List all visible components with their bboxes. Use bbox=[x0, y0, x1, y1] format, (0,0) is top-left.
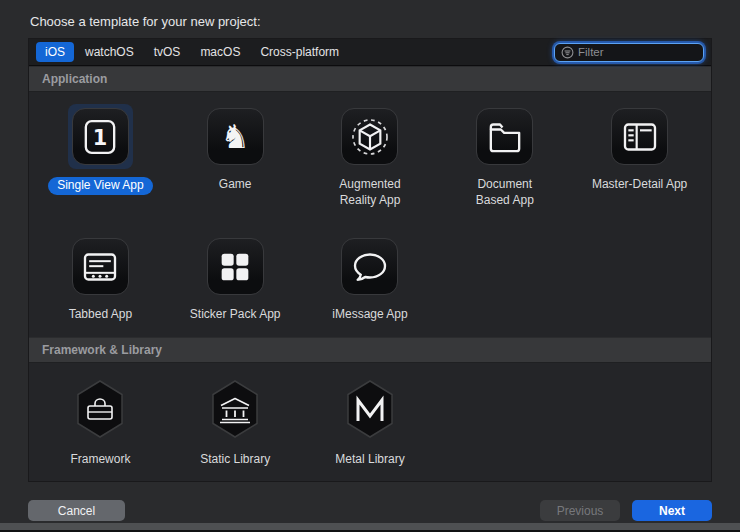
framework-icon bbox=[72, 379, 129, 440]
section-header-framework-library: Framework & Library bbox=[29, 337, 711, 363]
template-item-label: Master-Detail App bbox=[592, 177, 687, 193]
template-item-label: Framework bbox=[70, 452, 130, 468]
document-based-app-icon bbox=[476, 108, 533, 165]
template-item-metal-library[interactable]: Metal Library bbox=[303, 375, 438, 478]
template-item-label: Single View App bbox=[48, 177, 153, 195]
template-item-master-detail-app[interactable]: Master-Detail App bbox=[572, 104, 707, 218]
window-edge-strip bbox=[0, 523, 740, 530]
tab-watchos[interactable]: watchOS bbox=[76, 42, 143, 62]
cancel-button[interactable]: Cancel bbox=[28, 500, 125, 521]
template-item-label: Tabbed App bbox=[69, 307, 132, 323]
tab-cross-platform[interactable]: Cross-platform bbox=[251, 42, 348, 62]
metal-library-icon bbox=[341, 379, 398, 440]
dialog-footer: Cancel Previous Next bbox=[28, 500, 712, 521]
template-chooser-dialog: Choose a template for your new project: … bbox=[0, 0, 740, 521]
template-item-label: Augmented Reality App bbox=[330, 177, 410, 208]
template-item-label: Sticker Pack App bbox=[190, 307, 281, 323]
svg-text:1: 1 bbox=[93, 125, 108, 149]
application-grid-row-2: Tabbed App Sticker Pack App bbox=[29, 222, 711, 337]
template-item-tabbed-app[interactable]: Tabbed App bbox=[33, 234, 168, 333]
template-item-document-based-app[interactable]: Document Based App bbox=[437, 104, 572, 218]
application-grid-row-1: 1 Single View App ♞ Game bbox=[29, 92, 711, 222]
master-detail-app-icon bbox=[611, 108, 668, 165]
template-item-label: Document Based App bbox=[465, 177, 545, 208]
section-header-application: Application bbox=[29, 66, 711, 92]
template-item-label: iMessage App bbox=[332, 307, 407, 323]
template-item-label: Game bbox=[219, 177, 252, 193]
template-item-game[interactable]: ♞ Game bbox=[168, 104, 303, 218]
filter-circle-icon bbox=[561, 46, 574, 59]
template-item-sticker-pack-app[interactable]: Sticker Pack App bbox=[168, 234, 303, 333]
static-library-icon bbox=[207, 379, 264, 440]
single-view-app-icon: 1 bbox=[72, 108, 129, 165]
framework-grid-row: Framework bbox=[29, 363, 711, 482]
previous-button[interactable]: Previous bbox=[540, 500, 620, 521]
imessage-app-icon bbox=[341, 238, 398, 295]
augmented-reality-app-icon bbox=[341, 108, 398, 165]
next-button[interactable]: Next bbox=[632, 500, 712, 521]
tabbed-app-icon bbox=[72, 238, 129, 295]
tab-macos[interactable]: macOS bbox=[191, 42, 249, 62]
tab-tvos[interactable]: tvOS bbox=[145, 42, 190, 62]
template-item-label: Metal Library bbox=[335, 452, 404, 468]
sticker-pack-app-icon bbox=[207, 238, 264, 295]
game-icon: ♞ bbox=[207, 108, 264, 165]
template-item-framework[interactable]: Framework bbox=[33, 375, 168, 478]
dialog-title: Choose a template for your new project: bbox=[0, 0, 740, 29]
template-item-imessage-app[interactable]: iMessage App bbox=[303, 234, 438, 333]
filter-input[interactable] bbox=[578, 46, 697, 58]
template-item-single-view-app[interactable]: 1 Single View App bbox=[33, 104, 168, 218]
template-item-label: Static Library bbox=[200, 452, 270, 468]
filter-field[interactable] bbox=[554, 43, 704, 62]
template-item-static-library[interactable]: Static Library bbox=[168, 375, 303, 478]
platform-tabbar: iOS watchOS tvOS macOS Cross-platform bbox=[29, 39, 711, 66]
template-chooser: iOS watchOS tvOS macOS Cross-platform Ap… bbox=[28, 38, 712, 482]
template-item-augmented-reality-app[interactable]: Augmented Reality App bbox=[303, 104, 438, 218]
tab-ios[interactable]: iOS bbox=[36, 42, 74, 62]
